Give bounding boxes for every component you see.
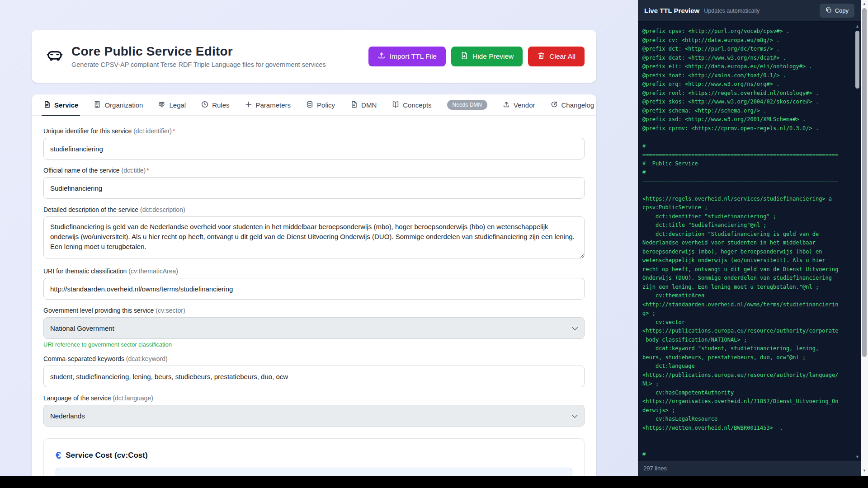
book-open-icon — [392, 101, 399, 109]
copy-button[interactable]: Copy — [820, 4, 854, 18]
language-label: Language of the service (dct:language) — [43, 394, 585, 402]
thematic-area-label: URI for thematic classification (cv:them… — [43, 267, 585, 275]
clock-icon — [201, 101, 208, 109]
cost-info-box: Optional: Define costs associated with t… — [56, 468, 572, 476]
tab-label: Changelog — [561, 101, 594, 109]
page-scrollbar[interactable]: ▲ ▼ — [861, 0, 868, 476]
building-icon — [94, 101, 101, 109]
upload-icon — [377, 52, 386, 61]
letterbox-bottom — [0, 476, 868, 488]
needs-dmn-badge: Needs DMN — [447, 100, 487, 110]
service-cost-section: € Service Cost (cv:Cost) Optional: Defin… — [43, 438, 585, 476]
hide-preview-button[interactable]: Hide Preview — [451, 47, 523, 66]
tab-legal[interactable]: Legal — [158, 94, 186, 115]
header-card: Core Public Service Editor Generate CPSV… — [32, 30, 596, 83]
tab-concepts[interactable]: Concepts — [392, 94, 431, 115]
tab-policy[interactable]: Policy — [306, 94, 335, 115]
ttl-preview-header: Live TTL Preview Updates automatically C… — [638, 0, 861, 22]
ttl-code-area: @prefix cpsv: <http://purl.org/vocab/cps… — [638, 22, 861, 461]
ttl-preview-title: Live TTL Preview — [644, 7, 699, 14]
description-label: Detailed description of the service (dct… — [43, 206, 585, 213]
editor-card: Service Organization Legal — [32, 94, 596, 476]
euro-icon: € — [56, 450, 61, 461]
tab-label: Vendor — [514, 101, 535, 109]
tab-service[interactable]: Service — [43, 94, 78, 115]
field-sector: Government level providing this service … — [43, 307, 585, 348]
tab-parameters[interactable]: Parameters — [245, 94, 291, 115]
page-subtitle: Generate CPSV-AP compliant Terse RDF Tri… — [71, 61, 326, 68]
scroll-down-arrow[interactable]: ▼ — [854, 455, 861, 459]
ttl-status-bar: 297 lines — [638, 461, 861, 476]
tab-organization[interactable]: Organization — [94, 94, 143, 115]
service-cost-header: € Service Cost (cv:Cost) — [56, 450, 572, 461]
code-scrollbar-thumb[interactable] — [855, 31, 859, 89]
keywords-label: Comma-separated keywords (dcat:keyword) — [43, 355, 585, 362]
title-label: Official name of the service (dct:title)… — [43, 167, 585, 174]
field-language: Language of the service (dct:language) N… — [43, 394, 585, 427]
tab-changelog[interactable]: Changelog — [551, 94, 594, 115]
copy-icon — [826, 7, 832, 14]
history-icon — [551, 101, 558, 109]
keywords-input[interactable] — [43, 366, 585, 387]
ttl-code: @prefix cpsv: <http://purl.org/vocab/cps… — [638, 22, 841, 461]
page-scroll-up-arrow[interactable]: ▲ — [861, 2, 868, 6]
tab-label: Parameters — [256, 101, 291, 109]
file-text-icon — [43, 101, 51, 109]
file-preview-icon — [460, 52, 468, 61]
field-title: Official name of the service (dct:title)… — [43, 167, 585, 199]
clear-all-label: Clear All — [549, 52, 576, 61]
tab-label: Service — [54, 101, 78, 109]
clear-all-button[interactable]: Clear All — [528, 47, 585, 66]
page-title: Core Public Service Editor — [71, 44, 326, 59]
tab-label: Concepts — [403, 101, 431, 109]
service-form: Unique identifier for this service (dct:… — [32, 116, 596, 476]
scroll-up-arrow[interactable]: ▲ — [854, 24, 861, 28]
sector-hint: URI reference to government sector class… — [43, 341, 585, 348]
tabbar: Service Organization Legal — [32, 94, 596, 116]
tab-label: DMN — [361, 101, 377, 109]
sector-select[interactable]: National Government — [43, 317, 585, 339]
import-ttl-button[interactable]: Import TTL File — [368, 47, 446, 66]
database-icon — [306, 101, 313, 109]
tab-label: Organization — [104, 101, 143, 109]
app-viewport: Core Public Service Editor Generate CPSV… — [0, 0, 868, 476]
plus-icon — [245, 101, 252, 109]
tab-label: Policy — [317, 101, 335, 109]
tab-label: Rules — [212, 101, 229, 109]
import-ttl-label: Import TTL File — [390, 52, 437, 61]
brand-text: Core Public Service Editor Generate CPSV… — [71, 44, 326, 68]
field-keywords: Comma-separated keywords (dcat:keyword) — [43, 355, 585, 387]
field-description: Detailed description of the service (dct… — [43, 206, 585, 260]
title-input[interactable] — [43, 177, 585, 199]
tab-dmn[interactable]: DMN — [350, 94, 377, 115]
tab-label: Legal — [169, 101, 186, 109]
hide-preview-label: Hide Preview — [472, 52, 514, 61]
scales-icon — [158, 101, 165, 109]
sector-select-wrap: National Government — [43, 317, 585, 339]
car-logo-icon — [45, 46, 64, 67]
tab-vendor[interactable]: Vendor — [503, 94, 535, 115]
language-select[interactable]: Nederlands — [43, 405, 585, 427]
thematic-area-input[interactable] — [43, 278, 585, 300]
ttl-preview-panel: Live TTL Preview Updates automatically C… — [638, 0, 861, 476]
service-cost-title: Service Cost (cv:Cost) — [66, 451, 147, 460]
page-scroll-down-arrow[interactable]: ▼ — [861, 469, 868, 473]
identifier-input[interactable] — [43, 138, 585, 160]
trash-icon — [537, 52, 545, 61]
upload-icon — [503, 101, 510, 109]
copy-label: Copy — [835, 7, 849, 14]
identifier-label: Unique identifier for this service (dct:… — [43, 127, 585, 135]
field-thematic-area: URI for thematic classification (cv:them… — [43, 267, 585, 300]
description-textarea[interactable]: Studiefinanciering is geld van de Nederl… — [43, 216, 585, 258]
file-import-icon — [350, 101, 358, 109]
page-scrollbar-thumb[interactable] — [862, 8, 867, 357]
code-scrollbar[interactable]: ▲ ▼ — [854, 22, 861, 461]
brand: Core Public Service Editor Generate CPSV… — [45, 44, 326, 68]
header-actions: Import TTL File Hide Preview Clear All — [368, 47, 585, 66]
language-select-wrap: Nederlands — [43, 405, 585, 427]
field-identifier: Unique identifier for this service (dct:… — [43, 127, 585, 160]
ttl-preview-subtitle: Updates automatically — [704, 8, 760, 14]
tab-rules[interactable]: Rules — [201, 94, 229, 115]
sector-label: Government level providing this service … — [43, 307, 585, 314]
